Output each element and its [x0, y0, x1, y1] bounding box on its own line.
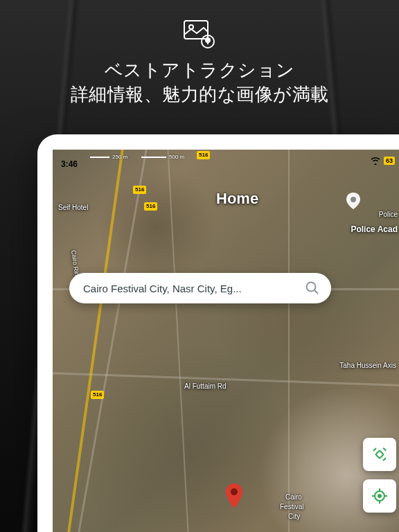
- destination-pin-icon[interactable]: [223, 482, 245, 510]
- label-taha: Taha Hussein Axis: [339, 362, 396, 369]
- label-cfc2: Festival: [280, 503, 303, 511]
- label-futtaim: Al Futtaim Rd: [184, 382, 227, 390]
- locate-me-button[interactable]: [363, 479, 396, 513]
- scale-500: 500 m: [141, 154, 184, 160]
- label-cfc3: City: [288, 513, 300, 520]
- road: [288, 150, 290, 532]
- road: [168, 150, 189, 532]
- svg-point-12: [378, 495, 381, 497]
- status-right: 63: [370, 157, 395, 165]
- attractions-icon: [181, 19, 218, 50]
- hero-line2: 詳細情報、魅力的な画像が満載: [0, 82, 399, 107]
- label-seif: Seif Hotel: [58, 204, 88, 211]
- search-input[interactable]: Cairo Festival City, Nasr City, Eg...: [83, 283, 305, 294]
- highway-badge: 516: [197, 151, 210, 159]
- hero-title: ベストアトラクション 詳細情報、魅力的な画像が満載: [0, 58, 399, 107]
- hero-section: ベストアトラクション 詳細情報、魅力的な画像が満載: [0, 0, 399, 107]
- highway-badge: 516: [91, 391, 104, 399]
- search-bar[interactable]: Cairo Festival City, Nasr City, Eg...: [69, 273, 331, 303]
- status-time: 3:46: [61, 159, 78, 169]
- scale-250: 250 m: [90, 154, 127, 160]
- home-pin-icon[interactable]: [344, 191, 363, 211]
- tablet-frame: 3:46 63 250 m 500 m 516 516 516 516 Seif…: [37, 134, 399, 532]
- wifi-icon: [370, 157, 381, 165]
- location-crosshair-icon: [371, 487, 389, 505]
- highway-badge: 516: [133, 186, 146, 194]
- label-police-drop: Police: [379, 211, 398, 218]
- battery-level: 63: [384, 157, 395, 165]
- satellite-toggle-button[interactable]: [363, 438, 396, 471]
- label-police: Police Acad: [351, 224, 398, 234]
- satellite-icon: [371, 445, 389, 463]
- label-home: Home: [216, 190, 258, 208]
- hero-line1: ベストアトラクション: [0, 58, 399, 82]
- svg-point-3: [206, 38, 210, 42]
- highway-badge: 516: [144, 202, 157, 211]
- svg-rect-8: [375, 450, 383, 458]
- svg-line-9: [373, 448, 376, 451]
- svg-point-4: [351, 197, 356, 202]
- label-cfc1: Cairo: [285, 493, 302, 501]
- svg-line-10: [383, 458, 386, 461]
- map-screen[interactable]: 3:46 63 250 m 500 m 516 516 516 516 Seif…: [53, 150, 399, 532]
- svg-point-5: [307, 283, 316, 292]
- svg-line-6: [314, 290, 318, 294]
- search-icon[interactable]: [305, 281, 320, 296]
- svg-point-7: [231, 488, 238, 495]
